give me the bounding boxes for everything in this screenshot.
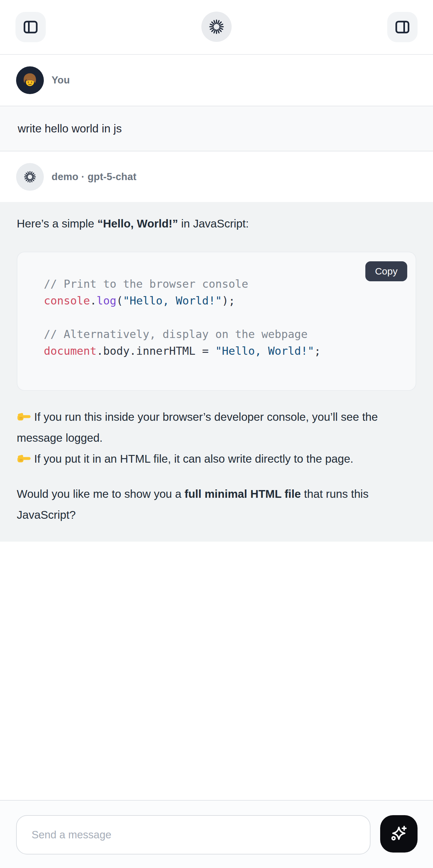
assistant-turn-label: demo · gpt-5-chat [52, 171, 136, 183]
pointing-right-emoji-icon [17, 409, 31, 424]
sparkle-icon [389, 824, 409, 844]
message-input[interactable] [16, 815, 371, 855]
code-block: Copy // Print to the browser consolecons… [17, 252, 416, 391]
burst-avatar-icon [24, 170, 36, 183]
intro-bold: “Hello, World!” [97, 217, 178, 230]
burst-logo-icon [209, 19, 224, 35]
code-content: // Print to the browser consoleconsole.l… [44, 276, 403, 359]
assistant-intro-paragraph: Here’s a simple “Hello, World!” in JavaS… [17, 215, 416, 232]
conversation-empty-space [0, 541, 433, 800]
assistant-closing-paragraph: Would you like me to show you a full min… [17, 483, 416, 525]
user-turn-header: You [0, 55, 433, 106]
closing-prefix: Would you like me to show you a [17, 488, 185, 500]
bullet-text: If you put it in an HTML file, it can al… [34, 453, 353, 465]
assistant-message: Here’s a simple “Hello, World!” in JavaS… [0, 202, 433, 541]
app-logo-button[interactable] [202, 11, 231, 42]
code-line: document.body.innerHTML = "Hello, World!… [44, 342, 403, 359]
copy-button[interactable]: Copy [365, 261, 407, 281]
user-avatar [16, 66, 44, 94]
panel-left-icon [22, 19, 39, 35]
code-line: // Alternatively, display on the webpage [44, 326, 403, 342]
composer-bar [0, 800, 433, 868]
user-message: write hello world in js [0, 106, 433, 151]
closing-bold: full minimal HTML file [185, 488, 301, 500]
code-line [44, 309, 403, 326]
send-button[interactable] [380, 815, 417, 852]
bullet-line: If you put it in an HTML file, it can al… [17, 453, 353, 465]
intro-suffix: in JavaScript: [178, 217, 249, 230]
sidebar-toggle-button[interactable] [16, 12, 46, 42]
user-turn-label: You [52, 74, 70, 86]
chat-window: You write hello world in js [0, 0, 433, 868]
user-message-text: write hello world in js [18, 122, 122, 135]
person-emoji-icon [20, 70, 40, 90]
bullet-text: If you run this inside your browser’s de… [17, 410, 378, 444]
code-line: // Print to the browser console [44, 276, 403, 292]
intro-prefix: Here’s a simple [17, 217, 97, 230]
right-panel-toggle-button[interactable] [387, 12, 417, 42]
assistant-avatar [16, 163, 44, 191]
pointing-right-emoji-icon [17, 452, 31, 466]
bullet-line: If you run this inside your browser’s de… [17, 410, 378, 444]
top-bar [0, 0, 433, 55]
code-line: console.log("Hello, World!"); [44, 292, 403, 309]
panel-right-icon [394, 19, 411, 35]
assistant-bullets-paragraph: If you run this inside your browser’s de… [17, 406, 416, 469]
assistant-turn-header: demo · gpt-5-chat [0, 151, 433, 202]
